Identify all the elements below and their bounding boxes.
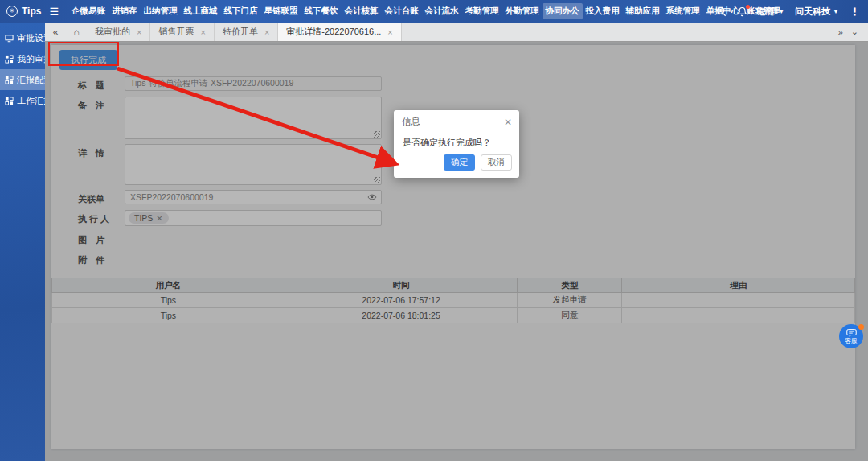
company-selector-label: 问天科技: [795, 6, 830, 18]
tab-label: 我审批的: [95, 26, 130, 38]
top-navigation-bar: ✳ Tips ☰ 企微易账 进销存 出纳管理 线上商城 线下门店 星链联盟 线下…: [0, 0, 868, 23]
hamburger-icon[interactable]: ☰: [49, 6, 59, 18]
chat-bubble-icon: [846, 329, 857, 337]
topbar-right-tools: 总部 ▼ 问天科技 ▼ ⋮: [716, 6, 860, 18]
close-icon[interactable]: ×: [137, 27, 141, 37]
app-logo[interactable]: ✳ Tips: [6, 6, 41, 17]
modal-mask: [45, 42, 868, 461]
grid-icon: [5, 97, 14, 105]
close-icon[interactable]: ×: [264, 27, 269, 37]
tab-menu-chevron-icon[interactable]: ⌄: [851, 27, 858, 37]
confirm-button[interactable]: 确定: [444, 154, 475, 171]
dialog-title: 信息: [402, 116, 420, 128]
tab-my-approvals[interactable]: 我审批的 ×: [87, 23, 150, 41]
nav-item[interactable]: 线上商城: [181, 3, 221, 19]
sidebar-item-report-config[interactable]: 汇报配置: [0, 69, 45, 90]
nav-item[interactable]: 进销存: [108, 3, 141, 19]
nav-item[interactable]: 会计流水: [422, 3, 462, 19]
tab-approval-detail[interactable]: 审批详情-2022070616... ×: [278, 23, 401, 41]
tab-bar: « ⌂ 我审批的 × 销售开票 × 特价开单 × 审批详情-2022070616…: [45, 23, 868, 42]
tab-sales-invoice[interactable]: 销售开票 ×: [150, 23, 214, 41]
more-vertical-icon[interactable]: ⋮: [850, 6, 860, 18]
tab-label: 销售开票: [158, 26, 194, 38]
sidebar: 审批设置 我的审批 汇报配置 工作汇报: [0, 23, 45, 461]
nav-item[interactable]: 外勤管理: [502, 3, 542, 19]
main-nav: 企微易账 进销存 出纳管理 线上商城 线下门店 星链联盟 线下餐饮 会计核算 会…: [68, 3, 681, 19]
nav-item[interactable]: 辅助应用: [623, 3, 663, 19]
nav-item[interactable]: 星链联盟: [261, 3, 301, 19]
sidebar-item-approval-settings[interactable]: 审批设置: [0, 27, 45, 48]
tab-label: 审批详情-2022070616...: [286, 26, 381, 38]
grid-icon: [5, 55, 14, 64]
nav-item[interactable]: 考勤管理: [462, 3, 502, 19]
company-selector[interactable]: 问天科技 ▼: [795, 6, 839, 18]
nav-item[interactable]: 会计台账: [382, 3, 422, 19]
nav-item[interactable]: 企微易账: [68, 3, 108, 19]
message-dialog: 信息 ✕ 是否确定执行完成吗？ 确定 取消: [394, 110, 519, 178]
logo-text: Tips: [22, 6, 41, 17]
nav-item[interactable]: 会计核算: [342, 3, 382, 19]
close-icon[interactable]: ×: [200, 27, 205, 37]
nav-item[interactable]: 线下餐饮: [301, 3, 342, 19]
support-label: 客服: [845, 338, 858, 344]
home-icon[interactable]: ⌂: [66, 23, 87, 41]
nav-item[interactable]: 线下门店: [221, 3, 261, 19]
cancel-button[interactable]: 取消: [481, 154, 512, 171]
collapse-tabs-icon[interactable]: «: [45, 23, 66, 41]
grid-icon: [5, 76, 14, 84]
close-icon[interactable]: ×: [387, 27, 392, 37]
tab-special-price-order[interactable]: 特价开单 ×: [215, 23, 278, 41]
support-badge-dot: [858, 324, 864, 330]
tab-label: 特价开单: [223, 26, 258, 38]
customer-support-button[interactable]: 客服: [839, 324, 863, 348]
search-icon[interactable]: [716, 6, 727, 17]
org-selector-label: 总部: [758, 6, 776, 18]
monitor-icon: [5, 34, 14, 43]
chevron-down-icon: ▼: [833, 8, 839, 15]
logo-icon: ✳: [6, 6, 18, 17]
sidebar-item-work-report[interactable]: 工作汇报: [0, 90, 45, 111]
expand-tabs-icon[interactable]: »: [838, 27, 843, 37]
nav-item[interactable]: 系统管理: [663, 3, 703, 19]
dialog-message: 是否确定执行完成吗？: [394, 130, 519, 154]
content-pane: 执行完成 标 题 备 注 详 情: [45, 42, 868, 461]
bell-icon[interactable]: [737, 6, 747, 17]
nav-item-active[interactable]: 协同办公: [542, 3, 583, 19]
notification-dot: [746, 5, 750, 9]
org-selector[interactable]: 总部 ▼: [758, 6, 784, 18]
nav-item[interactable]: 出纳管理: [141, 3, 181, 19]
dialog-close-icon[interactable]: ✕: [504, 117, 512, 128]
chevron-down-icon: ▼: [778, 8, 784, 15]
nav-item[interactable]: 投入费用: [583, 3, 623, 19]
sidebar-item-my-approvals[interactable]: 我的审批: [0, 48, 45, 69]
